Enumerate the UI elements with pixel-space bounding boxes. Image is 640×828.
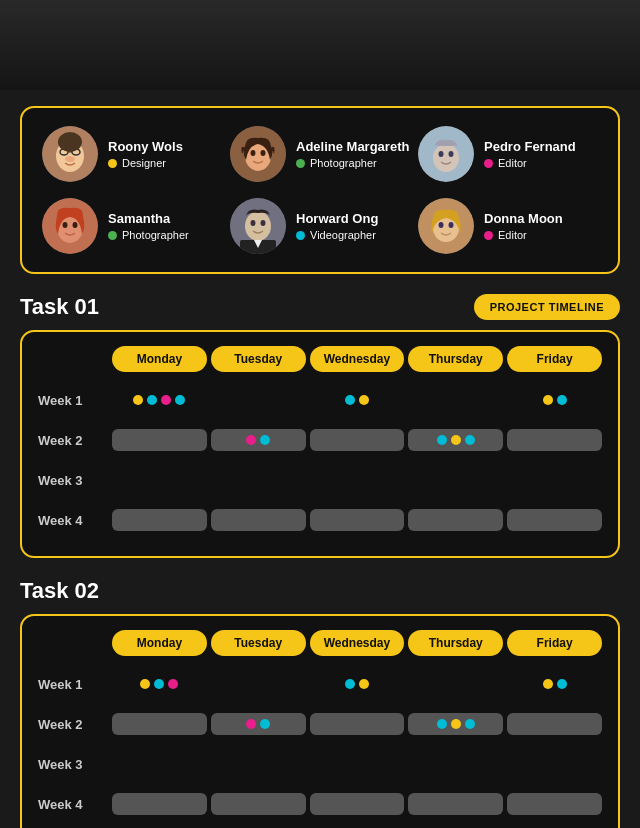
member-info-6: Donna MoonEditor	[484, 211, 563, 242]
member-role-1: Designer	[108, 157, 183, 169]
dots-over-bar	[408, 719, 503, 729]
week-cell-1-5-task-2	[507, 669, 602, 699]
role-label-4: Photographer	[122, 229, 189, 241]
team-member-1: Roony WolsDesigner	[42, 126, 222, 182]
dot-indicator	[154, 679, 164, 689]
member-role-6: Editor	[484, 229, 563, 241]
role-label-6: Editor	[498, 229, 527, 241]
task-header-2: Task 02	[20, 578, 620, 604]
week-cell-1-3-task-2	[310, 669, 405, 699]
timeline-card-1: MondayTuesdayWednesdayThursdayFridayWeek…	[20, 330, 620, 558]
week-row-1-task-1: Week 1	[38, 382, 602, 418]
main-content: Roony WolsDesigner Adeline MargarethPhot…	[0, 90, 640, 828]
svg-point-28	[449, 222, 454, 228]
dot-indicator	[133, 395, 143, 405]
dots-over-bar	[211, 719, 306, 729]
role-dot-3	[484, 159, 493, 168]
svg-point-22	[251, 220, 256, 226]
dot-indicator	[345, 679, 355, 689]
member-info-4: SamanthaPhotographer	[108, 211, 189, 242]
week-cell-3-1-task-2	[112, 749, 207, 779]
team-card: Roony WolsDesigner Adeline MargarethPhot…	[20, 106, 620, 274]
week-cell-4-5-task-1	[507, 509, 602, 531]
team-member-3: Pedro FernandEditor	[418, 126, 598, 182]
svg-point-10	[261, 150, 266, 156]
dot-indicator	[260, 435, 270, 445]
week-cell-3-5-task-1	[507, 465, 602, 495]
role-dot-5	[296, 231, 305, 240]
week-cell-2-1-task-2	[112, 713, 207, 735]
dot-indicator	[543, 395, 553, 405]
avatar-1	[42, 126, 98, 182]
week-cell-1-1-task-1	[112, 385, 207, 415]
week-row-3-task-2: Week 3	[38, 746, 602, 782]
week-row-2-task-1: Week 2	[38, 422, 602, 458]
avatar-3	[418, 126, 474, 182]
member-info-2: Adeline MargarethPhotographer	[296, 139, 409, 170]
svg-point-19	[73, 222, 78, 228]
member-name-2: Adeline Margareth	[296, 139, 409, 156]
role-dot-1	[108, 159, 117, 168]
week-cell-1-1-task-2	[112, 669, 207, 699]
week-cell-1-2-task-2	[211, 669, 306, 699]
week-cell-1-2-task-1	[211, 385, 306, 415]
week-cell-2-5-task-1	[507, 429, 602, 451]
task-header-1: Task 01PROJECT TIMELINE	[20, 294, 620, 320]
day-label-wednesday-2: Wednesday	[310, 630, 405, 656]
week-cell-3-2-task-1	[211, 465, 306, 495]
week-label-2: Week 2	[38, 433, 108, 448]
dots-over-bar	[408, 435, 503, 445]
dots-over-bar	[211, 435, 306, 445]
week-cell-3-3-task-2	[310, 749, 405, 779]
dot-indicator	[451, 719, 461, 729]
svg-point-23	[261, 220, 266, 226]
day-headers-2: MondayTuesdayWednesdayThursdayFriday	[38, 630, 602, 656]
dot-indicator	[557, 395, 567, 405]
task-title-2: Task 02	[20, 578, 99, 604]
svg-point-13	[439, 151, 444, 157]
svg-point-5	[65, 156, 75, 162]
member-role-3: Editor	[484, 157, 576, 169]
dot-indicator	[345, 395, 355, 405]
dot-indicator	[437, 719, 447, 729]
day-label-thursday-1: Thursday	[408, 346, 503, 372]
week-label-2: Week 2	[38, 717, 108, 732]
dot-indicator	[465, 719, 475, 729]
week-cell-2-2-task-1	[211, 435, 306, 445]
day-label-wednesday-1: Wednesday	[310, 346, 405, 372]
member-role-4: Photographer	[108, 229, 189, 241]
team-member-2: Adeline MargarethPhotographer	[230, 126, 410, 182]
role-label-5: Videographer	[310, 229, 376, 241]
dot-indicator	[161, 395, 171, 405]
project-timeline-button[interactable]: PROJECT TIMELINE	[474, 294, 620, 320]
day-label-monday-1: Monday	[112, 346, 207, 372]
svg-point-6	[58, 132, 82, 152]
dot-indicator	[437, 435, 447, 445]
svg-point-14	[449, 151, 454, 157]
week-cell-4-2-task-1	[211, 509, 306, 531]
role-label-2: Photographer	[310, 157, 377, 169]
week-cell-4-3-task-1	[310, 509, 405, 531]
role-label-3: Editor	[498, 157, 527, 169]
week-cell-4-1-task-2	[112, 793, 207, 815]
svg-point-9	[251, 150, 256, 156]
member-name-5: Horward Ong	[296, 211, 378, 228]
week-cell-2-5-task-2	[507, 713, 602, 735]
day-spacer	[38, 346, 108, 372]
dot-indicator	[543, 679, 553, 689]
svg-point-21	[245, 211, 271, 241]
dot-indicator	[175, 395, 185, 405]
header	[0, 0, 640, 90]
avatar-2	[230, 126, 286, 182]
week-cell-3-2-task-2	[211, 749, 306, 779]
week-cell-4-4-task-1	[408, 509, 503, 531]
week-cell-4-1-task-1	[112, 509, 207, 531]
day-spacer	[38, 630, 108, 656]
role-dot-2	[296, 159, 305, 168]
week-cell-4-5-task-2	[507, 793, 602, 815]
week-cell-1-3-task-1	[310, 385, 405, 415]
avatar-5	[230, 198, 286, 254]
dot-indicator	[140, 679, 150, 689]
day-label-thursday-2: Thursday	[408, 630, 503, 656]
week-cell-1-4-task-1	[408, 385, 503, 415]
